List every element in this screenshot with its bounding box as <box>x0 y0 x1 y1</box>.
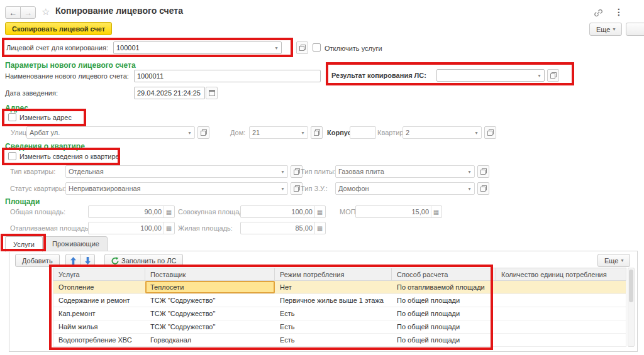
table-row[interactable]: Отопление Теплосети Нет По отапливаемой … <box>53 281 626 294</box>
table-cell[interactable] <box>496 281 627 293</box>
table-vertical-scrollbar[interactable] <box>628 268 635 347</box>
tab-services[interactable]: Услуги <box>5 236 43 252</box>
open-button[interactable] <box>197 126 209 139</box>
table-cell[interactable]: Есть <box>275 307 392 320</box>
open-button[interactable] <box>477 182 489 195</box>
apt-status-input[interactable]: Неприватизированная ▾ <box>65 182 288 195</box>
move-up-button[interactable] <box>65 254 80 267</box>
building-input[interactable] <box>350 126 376 139</box>
copy-result-label: Результат копирования ЛС: <box>331 72 426 80</box>
more-button-top[interactable]: Еще ▾ <box>589 23 622 36</box>
street-value: Арбат ул. <box>30 129 186 136</box>
table-cell[interactable]: Нет <box>275 281 392 293</box>
table-cell[interactable]: По общей площади <box>392 307 496 320</box>
table-row[interactable]: Водопотребление ХВС Горводканал Есть По … <box>53 334 626 347</box>
calculator-icon[interactable]: ▦ <box>314 206 325 217</box>
source-account-input[interactable]: 100001 ▾ <box>113 41 282 54</box>
open-button[interactable] <box>477 165 489 178</box>
change-apartment-info-checkbox[interactable] <box>8 152 16 160</box>
table-cell[interactable]: Горводканал <box>145 334 275 346</box>
device-type-input[interactable]: Домофон ▾ <box>335 182 475 195</box>
stove-type-input[interactable]: Газовая плита ▾ <box>335 165 475 178</box>
calculator-icon[interactable]: ▦ <box>314 222 325 234</box>
calculator-icon[interactable]: ▦ <box>164 206 174 217</box>
table-header-cell[interactable]: Количество единиц потребления <box>496 268 627 280</box>
table-cell[interactable] <box>496 334 627 346</box>
table-cell[interactable] <box>496 307 627 320</box>
favorite-star-icon[interactable]: ☆ <box>42 6 50 18</box>
add-row-button[interactable]: Добавить <box>15 254 60 267</box>
table-header-cell[interactable]: Способ расчета <box>392 268 496 280</box>
disable-services-checkbox[interactable] <box>313 43 321 52</box>
table-row[interactable]: Найм жилья ТСЖ "Содружество" Есть По общ… <box>53 320 626 334</box>
fill-by-account-button[interactable]: Заполнить по ЛС <box>104 254 183 267</box>
section-title-apartment-info: Сведения о квартире <box>5 142 85 151</box>
table-more-button[interactable]: Еще ▾ <box>597 254 630 267</box>
house-input[interactable]: 21 ▾ <box>249 126 308 139</box>
combined-area-input[interactable]: 100,00 ▦ <box>240 205 326 218</box>
table-cell[interactable]: Водопотребление ХВС <box>53 334 145 346</box>
copy-result-input[interactable]: ▾ <box>436 69 545 82</box>
device-type-value: Домофон <box>338 185 465 192</box>
section-title-areas: Площади <box>5 197 40 206</box>
table-cell[interactable]: Есть <box>275 334 392 346</box>
table-header-cell[interactable]: Поставщик <box>145 268 275 280</box>
menu-dots-icon[interactable]: ⋮ <box>614 7 623 17</box>
calculator-icon[interactable]: ▦ <box>431 206 441 217</box>
open-button[interactable] <box>311 126 323 139</box>
table-cell[interactable]: По общей площади <box>392 334 496 346</box>
change-address-checkbox[interactable] <box>8 113 16 121</box>
table-cell[interactable]: По общей площади <box>392 320 496 333</box>
table-header-cell[interactable]: Услуга <box>53 268 145 280</box>
open-button[interactable] <box>547 69 559 82</box>
table-cell[interactable]: По отапливаемой площади <box>392 281 496 293</box>
forward-button[interactable]: → <box>20 6 36 19</box>
table-cell[interactable] <box>496 294 627 307</box>
apartment-input[interactable]: 2 ▾ <box>402 126 482 139</box>
table-row[interactable]: Кап.ремонт ТСЖ "Содружество" Есть По общ… <box>53 307 626 320</box>
page-title: Копирование лицевого счета <box>55 6 183 16</box>
new-name-input[interactable]: 1000011 <box>134 70 321 82</box>
refresh-icon <box>111 257 119 265</box>
table-cell[interactable]: По общей площади <box>392 294 496 307</box>
table-row[interactable]: Содержание и ремонт ТСЖ "Содружество" Пе… <box>53 294 626 307</box>
chevron-down-icon: ▾ <box>621 258 623 263</box>
mop-area-input[interactable]: 15,00 ▦ <box>355 205 442 218</box>
change-apartment-info-label: Изменить сведения о квартире <box>19 153 119 161</box>
total-area-value: 90,00 <box>91 208 162 216</box>
back-button[interactable]: ← <box>5 6 21 19</box>
apt-type-value: Отдельная <box>69 168 279 175</box>
table-header-cell[interactable]: Режим потребления <box>275 268 392 280</box>
open-button[interactable] <box>296 41 308 54</box>
table-cell[interactable]: ТСЖ "Содружество" <box>145 320 275 333</box>
copy-account-button[interactable]: Скопировать лицевой счет <box>5 22 112 35</box>
open-button[interactable] <box>484 126 496 139</box>
table-cell[interactable]: Содержание и ремонт <box>53 294 145 307</box>
table-cell-current[interactable]: Теплосети <box>145 281 275 293</box>
total-area-input[interactable]: 90,00 ▦ <box>88 205 175 218</box>
table-cell[interactable] <box>496 320 627 333</box>
total-area-label: Общая площадь: <box>10 208 65 216</box>
move-down-button[interactable] <box>80 254 95 267</box>
table-cell[interactable]: Отопление <box>53 281 145 293</box>
living-area-label: Жилая площадь: <box>178 224 233 232</box>
calendar-button[interactable] <box>206 87 218 99</box>
link-icon[interactable] <box>594 8 603 19</box>
open-date-input[interactable]: 29.04.2025 21:24:25 <box>134 87 205 99</box>
table-cell[interactable]: Первичное жилье выше 1 этажа <box>275 294 392 307</box>
table-cell[interactable]: ТСЖ "Содружество" <box>145 294 275 307</box>
table-cell[interactable]: Найм жилья <box>53 320 145 333</box>
living-area-input[interactable]: 85,00 ▦ <box>240 222 326 234</box>
clipped-edge-button[interactable] <box>626 23 644 36</box>
apt-type-input[interactable]: Отдельная ▾ <box>65 165 288 178</box>
table-cell[interactable]: ТСЖ "Содружество" <box>145 307 275 320</box>
calculator-icon[interactable]: ▦ <box>164 222 174 234</box>
street-input[interactable]: Арбат ул. ▾ <box>26 126 195 139</box>
table-cell[interactable]: Кап.ремонт <box>53 307 145 320</box>
heated-area-value: 100,00 <box>91 224 162 232</box>
scrollbar-thumb[interactable] <box>629 270 633 302</box>
heated-area-input[interactable]: 100,00 ▦ <box>88 222 175 234</box>
disable-services-label: Отключить услуги <box>325 45 382 53</box>
tab-residents[interactable]: Проживающие <box>44 236 108 251</box>
table-cell[interactable]: Есть <box>275 320 392 333</box>
